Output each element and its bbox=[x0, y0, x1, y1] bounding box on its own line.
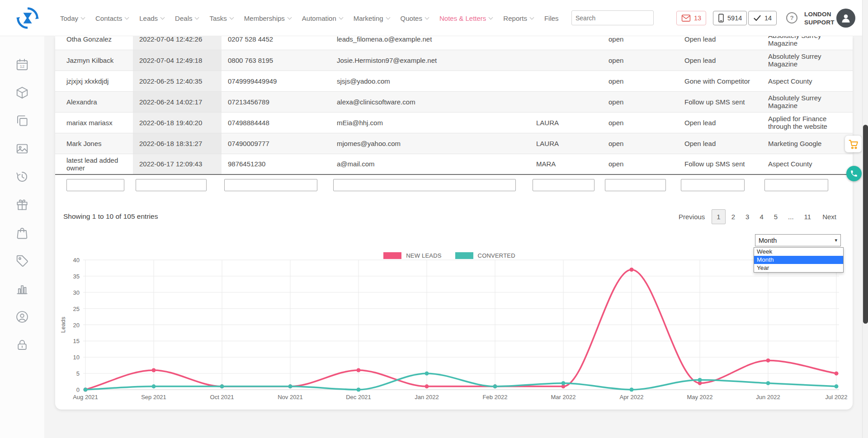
pagination-page-4[interactable]: 4 bbox=[755, 210, 768, 224]
history-icon[interactable] bbox=[15, 170, 29, 184]
table-footer: Showing 1 to 10 of 105 entries Previous1… bbox=[55, 203, 853, 231]
cell-email: sjsjs@yadoo.com bbox=[330, 71, 530, 91]
tag-icon[interactable] bbox=[15, 254, 29, 268]
copy-icon[interactable] bbox=[15, 114, 29, 127]
cell-status: open bbox=[602, 112, 678, 133]
cell-name: latest lead added owner bbox=[55, 154, 133, 174]
table-row[interactable]: Jazmyn Kilback2022-07-04 12:49:180800 76… bbox=[55, 50, 853, 71]
period-select[interactable]: Month ▾ bbox=[755, 234, 841, 246]
filter-input-source[interactable] bbox=[764, 179, 828, 191]
pagination-ellipsis[interactable]: ... bbox=[783, 210, 798, 224]
tasks-badge[interactable]: 14 bbox=[748, 11, 777, 25]
cell-name: Otha Gonzalez bbox=[55, 36, 133, 50]
image-icon[interactable] bbox=[15, 142, 29, 155]
cell-email: mjomes@yahoo.com bbox=[330, 133, 530, 154]
table-row[interactable]: jzjxjxj xkxkdjdj2022-06-25 12:40:3507499… bbox=[55, 71, 853, 91]
gift-icon[interactable] bbox=[15, 198, 29, 212]
phone-badge[interactable]: 5914 bbox=[713, 11, 747, 25]
help-icon[interactable]: ? bbox=[785, 11, 798, 24]
filter-input-owner[interactable] bbox=[533, 179, 594, 191]
pagination-page-2[interactable]: 2 bbox=[727, 210, 740, 224]
avatar[interactable] bbox=[836, 9, 855, 28]
cell-status: open bbox=[602, 71, 678, 91]
nav-item-tasks[interactable]: Tasks bbox=[209, 14, 233, 22]
svg-text:35: 35 bbox=[73, 273, 80, 280]
scrollbar[interactable] bbox=[862, 0, 868, 438]
table-row[interactable]: latest lead added owner2022-06-17 12:09:… bbox=[55, 154, 853, 174]
cell-owner: LAURA bbox=[530, 133, 602, 154]
chevron-down-icon bbox=[160, 15, 165, 19]
cell-source: Absolutely Surrey Magazine bbox=[762, 91, 853, 112]
period-option-month[interactable]: Month bbox=[754, 256, 843, 264]
calendar-icon[interactable]: 12 bbox=[15, 58, 29, 71]
nav-item-today[interactable]: Today bbox=[60, 14, 85, 22]
period-option-week[interactable]: Week bbox=[754, 248, 843, 256]
lock-icon[interactable] bbox=[15, 338, 29, 352]
cart-button[interactable] bbox=[845, 136, 862, 152]
filter-input-lead_status[interactable] bbox=[681, 179, 745, 191]
nav-item-contacts[interactable]: Contacts bbox=[95, 14, 128, 22]
cell-name: Jazmyn Kilback bbox=[55, 50, 133, 71]
search-box[interactable] bbox=[571, 10, 654, 25]
svg-text:?: ? bbox=[790, 14, 793, 21]
nav-item-deals[interactable]: Deals bbox=[175, 14, 198, 22]
cell-name: mariax mariasx bbox=[55, 112, 133, 133]
nav-item-label: Notes & Letters bbox=[439, 14, 486, 22]
main-menu: TodayContactsLeadsDealsTasksMembershipsA… bbox=[60, 0, 559, 36]
cell-status: open bbox=[602, 91, 678, 112]
svg-text:Nov 2021: Nov 2021 bbox=[278, 394, 303, 400]
cell-owner: LAURA bbox=[530, 112, 602, 133]
nav-item-memberships[interactable]: Memberships bbox=[244, 14, 291, 22]
cell-lead_status: Open lead bbox=[678, 36, 762, 50]
filter-input-phone[interactable] bbox=[224, 179, 317, 191]
search-input[interactable] bbox=[572, 14, 661, 22]
pagination-next[interactable]: Next bbox=[817, 210, 842, 224]
nav-item-notes-letters[interactable]: Notes & Letters bbox=[439, 14, 492, 22]
pagination-page-11[interactable]: 11 bbox=[800, 210, 816, 224]
filter-input-email[interactable] bbox=[333, 179, 516, 191]
chart-section: Month ▾ WeekMonthYear NEW LEADS CONVERTE… bbox=[55, 231, 853, 410]
table-row[interactable]: Otha Gonzalez2022-07-04 12:42:260207 528… bbox=[55, 36, 853, 50]
shopping-bag-icon[interactable] bbox=[15, 226, 29, 240]
bar-chart-icon[interactable] bbox=[15, 282, 29, 296]
nav-item-marketing[interactable]: Marketing bbox=[354, 14, 390, 22]
account-line2: SUPPORT bbox=[804, 19, 835, 27]
svg-text:20: 20 bbox=[73, 322, 80, 329]
nav-item-files[interactable]: Files bbox=[544, 14, 559, 22]
pagination-page-3[interactable]: 3 bbox=[741, 210, 754, 224]
scrollbar-thumb[interactable] bbox=[863, 125, 868, 324]
filter-input-date[interactable] bbox=[136, 179, 207, 191]
account-line1: LONDON bbox=[804, 10, 835, 19]
main-card: Otha Gonzalez2022-07-04 12:42:260207 528… bbox=[55, 36, 853, 410]
svg-text:40: 40 bbox=[73, 257, 80, 264]
cell-source: Absolutely Surrey Magazine bbox=[762, 36, 853, 50]
table-row[interactable]: mariax mariasx2022-06-18 19:40:200749888… bbox=[55, 112, 853, 133]
nav-item-reports[interactable]: Reports bbox=[503, 14, 533, 22]
pagination-page-1[interactable]: 1 bbox=[712, 209, 725, 224]
chevron-down-icon bbox=[229, 15, 234, 19]
cell-name: Alexandra bbox=[55, 91, 133, 112]
nav-item-automation[interactable]: Automation bbox=[302, 14, 343, 22]
pagination-page-5[interactable]: 5 bbox=[769, 210, 782, 224]
package-icon[interactable] bbox=[15, 86, 29, 99]
phone-button[interactable] bbox=[846, 166, 862, 181]
email-badge[interactable]: 13 bbox=[676, 11, 706, 25]
filter-input-status[interactable] bbox=[605, 179, 666, 191]
period-option-year[interactable]: Year bbox=[754, 264, 843, 272]
nav-item-leads[interactable]: Leads bbox=[139, 14, 164, 22]
app-logo[interactable] bbox=[15, 6, 40, 30]
filter-input-name[interactable] bbox=[66, 179, 124, 191]
table-row[interactable]: Mark Jones2022-06-18 18:31:2707490009777… bbox=[55, 133, 853, 154]
nav-item-label: Automation bbox=[302, 14, 336, 22]
support-icon[interactable] bbox=[15, 310, 29, 324]
nav-item-quotes[interactable]: Quotes bbox=[401, 14, 429, 22]
check-icon bbox=[753, 14, 761, 22]
cell-date: 2022-06-25 12:40:35 bbox=[133, 71, 222, 91]
table-row[interactable]: Alexandra2022-06-24 14:02:1707213456789a… bbox=[55, 91, 853, 112]
cell-lead_status: Gone with Competitor bbox=[678, 71, 762, 91]
pagination-previous[interactable]: Previous bbox=[673, 210, 710, 224]
svg-text:25: 25 bbox=[73, 306, 80, 312]
cell-date: 2022-07-04 12:42:26 bbox=[133, 36, 222, 50]
svg-text:5: 5 bbox=[76, 370, 80, 377]
cell-status: open bbox=[602, 50, 678, 71]
